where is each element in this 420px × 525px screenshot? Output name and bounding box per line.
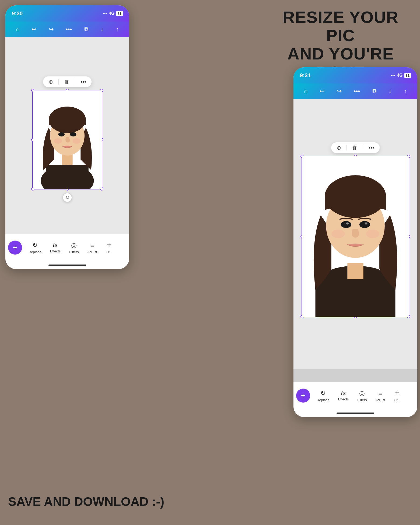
tool-adjust-left[interactable]: ≡ Adjust xyxy=(83,241,102,254)
rotate-handle-left[interactable]: ↻ xyxy=(62,193,72,202)
redo-icon-left[interactable]: ↪ xyxy=(49,26,54,33)
network-left: 4G xyxy=(109,11,114,16)
bottom-cta-text: SAVE AND DOWNLOAD :-) xyxy=(8,494,164,509)
tool-crop-right[interactable]: ⌗ Cr... xyxy=(390,389,405,402)
add-button-left[interactable]: + xyxy=(8,241,22,255)
status-icons-right: ▪▪▪ 4G 81 xyxy=(391,73,411,78)
svg-point-17 xyxy=(359,221,370,228)
ctx-more-left[interactable]: ••• xyxy=(80,79,86,85)
ctx-divider2-right xyxy=(363,145,363,150)
tool-replace-right[interactable]: ↻ Replace xyxy=(312,389,334,402)
bottom-toolbar-left: + ↻ Replace fx Effects ◎ Filters ≡ Adjus… xyxy=(5,234,129,261)
filters-icon-left: ◎ xyxy=(71,241,77,249)
ctx-copy-right[interactable]: ⊕ xyxy=(337,145,341,151)
share-icon-left[interactable]: ↑ xyxy=(116,26,119,33)
redo-icon-right[interactable]: ↪ xyxy=(337,88,342,95)
home-icon-right[interactable]: ⌂ xyxy=(304,88,307,95)
add-button-right[interactable]: + xyxy=(296,389,310,403)
undo-icon-right[interactable]: ↩ xyxy=(320,88,324,95)
time-right: 9:31 xyxy=(300,72,311,79)
copy-icon-right[interactable]: ⧉ xyxy=(372,88,377,95)
ctx-delete-right[interactable]: 🗑 xyxy=(352,145,358,151)
person-svg-left xyxy=(33,90,102,189)
filters-label-right: Filters xyxy=(357,398,367,402)
crop-icon-right: ⌗ xyxy=(395,389,399,397)
adjust-icon-right: ≡ xyxy=(379,389,382,397)
canvas-left: ⊕ 🗑 ••• xyxy=(5,37,129,234)
svg-rect-3 xyxy=(62,154,72,165)
adjust-icon-left: ≡ xyxy=(90,241,94,249)
undo-icon-left[interactable]: ↩ xyxy=(32,26,36,33)
replace-icon-right: ↻ xyxy=(320,389,326,397)
filters-icon-right: ◎ xyxy=(359,389,365,397)
effects-label-left: Effects xyxy=(50,249,61,253)
adjust-label-left: Adjust xyxy=(88,250,97,254)
status-bar-right: 9:31 ▪▪▪ 4G 81 xyxy=(293,67,417,83)
adjust-label-right: Adjust xyxy=(376,398,385,402)
photo-left xyxy=(33,90,102,189)
ctx-divider1 xyxy=(58,79,59,84)
tool-effects-left[interactable]: fx Effects xyxy=(46,242,65,253)
download-icon-right[interactable]: ↓ xyxy=(389,88,392,95)
crop-icon-left: ⌗ xyxy=(107,241,111,249)
context-menu-left: ⊕ 🗑 ••• xyxy=(43,76,92,87)
home-bar-right xyxy=(337,413,374,414)
tool-replace-left[interactable]: ↻ Replace xyxy=(24,241,46,254)
tool-filters-left[interactable]: ◎ Filters xyxy=(65,241,83,254)
svg-point-8 xyxy=(54,138,62,144)
replace-label-right: Replace xyxy=(317,398,330,402)
phone-left: 9:30 ▪▪▪ 4G 81 ⌂ ↩ ↪ ••• ⧉ ↓ ↑ ⊕ xyxy=(5,5,129,269)
person-svg-right xyxy=(302,156,409,317)
toolbar-left: ⌂ ↩ ↪ ••• ⧉ ↓ ↑ xyxy=(5,22,129,37)
phone-right: 9:31 ▪▪▪ 4G 81 ⌂ ↩ ↪ ••• ⧉ ↓ ↑ ⊕ xyxy=(293,67,417,417)
copy-icon-left[interactable]: ⧉ xyxy=(84,26,89,33)
tool-adjust-right[interactable]: ≡ Adjust xyxy=(371,389,390,402)
tool-crop-left[interactable]: ⌗ Cr... xyxy=(102,241,117,254)
canvas-bottom-gray xyxy=(293,369,417,382)
image-selection-right[interactable]: ⊕ 🗑 ••• xyxy=(302,156,409,317)
battery-right: 81 xyxy=(404,73,411,78)
toolbar-right: ⌂ ↩ ↪ ••• ⧉ ↓ ↑ xyxy=(293,83,417,99)
replace-label-left: Replace xyxy=(29,250,41,254)
replace-icon-left: ↻ xyxy=(32,241,38,249)
svg-point-18 xyxy=(346,223,349,225)
home-icon-left[interactable]: ⌂ xyxy=(16,26,19,33)
tool-filters-right[interactable]: ◎ Filters xyxy=(353,389,371,402)
photo-right xyxy=(302,156,409,317)
svg-point-16 xyxy=(341,221,352,228)
crop-label-right: Cr... xyxy=(394,398,400,402)
ctx-copy-left[interactable]: ⊕ xyxy=(48,79,53,85)
effects-label-right: Effects xyxy=(338,397,349,401)
title-line1: RESIZE YOUR PIC xyxy=(269,8,412,45)
svg-point-20 xyxy=(331,230,345,238)
download-icon-left[interactable]: ↓ xyxy=(101,26,104,33)
share-icon-right[interactable]: ↑ xyxy=(404,88,407,95)
image-selection-left[interactable]: ⊕ 🗑 ••• xyxy=(32,90,102,189)
filters-label-left: Filters xyxy=(69,250,79,254)
ctx-more-right[interactable]: ••• xyxy=(369,145,374,151)
bottom-toolbar-right: + ↻ Replace fx Effects ◎ Filters ≡ Adjus… xyxy=(293,382,417,409)
battery-left: 81 xyxy=(116,11,123,16)
svg-rect-13 xyxy=(347,263,363,279)
effects-icon-right: fx xyxy=(341,390,346,396)
more-icon-left[interactable]: ••• xyxy=(66,26,72,33)
ctx-delete-left[interactable]: 🗑 xyxy=(64,79,69,85)
svg-point-7 xyxy=(70,132,76,136)
status-icons-left: ▪▪▪ 4G 81 xyxy=(103,11,123,16)
home-indicator-right xyxy=(293,409,417,417)
home-indicator-left xyxy=(5,261,129,269)
svg-point-9 xyxy=(73,138,81,144)
home-bar-left xyxy=(48,265,86,266)
status-bar-left: 9:30 ▪▪▪ 4G 81 xyxy=(5,5,129,22)
canvas-right: ⊕ 🗑 ••• xyxy=(293,99,417,369)
svg-point-19 xyxy=(365,223,368,225)
crop-label-left: Cr... xyxy=(106,250,112,254)
context-menu-right: ⊕ 🗑 ••• xyxy=(331,142,380,153)
more-icon-right[interactable]: ••• xyxy=(354,88,360,95)
signal-icon-left: ▪▪▪ xyxy=(103,11,107,16)
time-left: 9:30 xyxy=(12,10,23,17)
ctx-divider1-right xyxy=(346,145,347,150)
ctx-divider2 xyxy=(75,79,75,84)
tool-effects-right[interactable]: fx Effects xyxy=(334,390,353,401)
svg-rect-2 xyxy=(46,165,89,189)
